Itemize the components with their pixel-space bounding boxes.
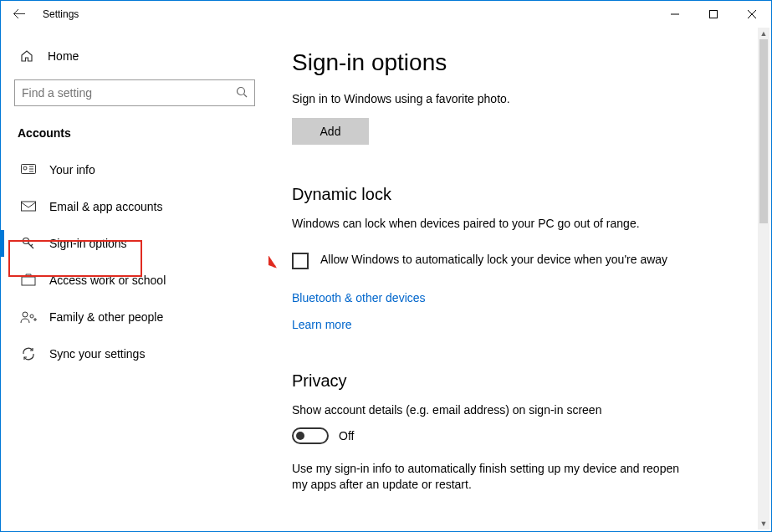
svg-point-12 <box>23 238 29 244</box>
nav-label: Family & other people <box>49 310 163 324</box>
svg-point-16 <box>23 312 28 317</box>
window-title: Settings <box>43 8 79 20</box>
svg-point-17 <box>30 315 33 318</box>
privacy-toggle[interactable] <box>292 427 329 444</box>
page-heading: Sign-in options <box>292 49 748 76</box>
signin-info-text: Use my sign-in info to automatically fin… <box>292 461 693 494</box>
sidebar: Home Accounts Your info Email & app acco… <box>1 28 268 531</box>
people-icon <box>19 310 38 324</box>
back-arrow-icon[interactable]: 🡠 <box>9 7 29 22</box>
home-icon <box>18 49 36 63</box>
scrollbar[interactable]: ▲ ▼ <box>758 28 769 529</box>
home-nav[interactable]: Home <box>14 43 255 69</box>
svg-point-4 <box>238 87 245 95</box>
dynamic-lock-checkbox-label: Allow Windows to automatically lock your… <box>320 252 667 269</box>
home-label: Home <box>48 49 79 63</box>
minimize-button[interactable] <box>656 1 694 28</box>
window-controls <box>656 1 771 28</box>
briefcase-icon <box>19 274 38 287</box>
svg-rect-1 <box>710 11 718 18</box>
search-box[interactable] <box>14 79 255 106</box>
annotation-arrow <box>268 225 285 275</box>
svg-line-5 <box>244 94 248 97</box>
nav-email-accounts[interactable]: Email & app accounts <box>14 188 255 225</box>
dynamic-lock-checkbox[interactable] <box>292 253 309 269</box>
scroll-up-icon[interactable]: ▲ <box>758 28 769 39</box>
nav-your-info[interactable]: Your info <box>14 151 255 188</box>
search-icon <box>236 86 248 100</box>
privacy-heading: Privacy <box>292 371 748 391</box>
favorite-photo-text: Sign in to Windows using a favorite phot… <box>292 91 748 108</box>
close-button[interactable] <box>733 1 771 28</box>
svg-rect-15 <box>22 277 35 285</box>
nav-access-work[interactable]: Access work or school <box>14 262 255 299</box>
learn-more-link[interactable]: Learn more <box>292 318 748 331</box>
nav-label: Sign-in options <box>49 237 127 250</box>
scrollbar-thumb[interactable] <box>759 39 768 223</box>
close-icon <box>748 10 756 18</box>
dynamic-lock-desc: Windows can lock when devices paired to … <box>292 216 727 233</box>
nav-label: Access work or school <box>49 274 166 287</box>
privacy-detail-text: Show account details (e.g. email address… <box>292 402 748 419</box>
search-input[interactable] <box>22 86 236 100</box>
minimize-icon <box>671 10 679 18</box>
section-accounts: Accounts <box>14 126 255 140</box>
svg-rect-11 <box>22 202 36 211</box>
content-pane: Sign-in options Sign in to Windows using… <box>268 28 771 531</box>
scroll-down-icon[interactable]: ▼ <box>758 518 769 529</box>
svg-line-14 <box>31 244 33 246</box>
nav-sync[interactable]: Sync your settings <box>14 335 255 372</box>
maximize-button[interactable] <box>694 1 733 28</box>
nav-family[interactable]: Family & other people <box>14 299 255 335</box>
sync-icon <box>19 346 38 361</box>
maximize-icon <box>709 10 718 18</box>
nav-signin-options[interactable]: Sign-in options <box>14 225 255 262</box>
key-icon <box>19 236 38 251</box>
privacy-toggle-state: Off <box>339 429 354 442</box>
svg-point-7 <box>23 166 27 170</box>
nav-label: Email & app accounts <box>49 200 162 213</box>
mail-icon <box>19 201 38 212</box>
dynamic-lock-heading: Dynamic lock <box>292 185 748 204</box>
bluetooth-link[interactable]: Bluetooth & other devices <box>292 291 748 304</box>
person-card-icon <box>19 164 38 176</box>
nav-label: Sync your settings <box>49 347 145 361</box>
nav-label: Your info <box>49 163 95 176</box>
add-button[interactable]: Add <box>292 118 369 145</box>
